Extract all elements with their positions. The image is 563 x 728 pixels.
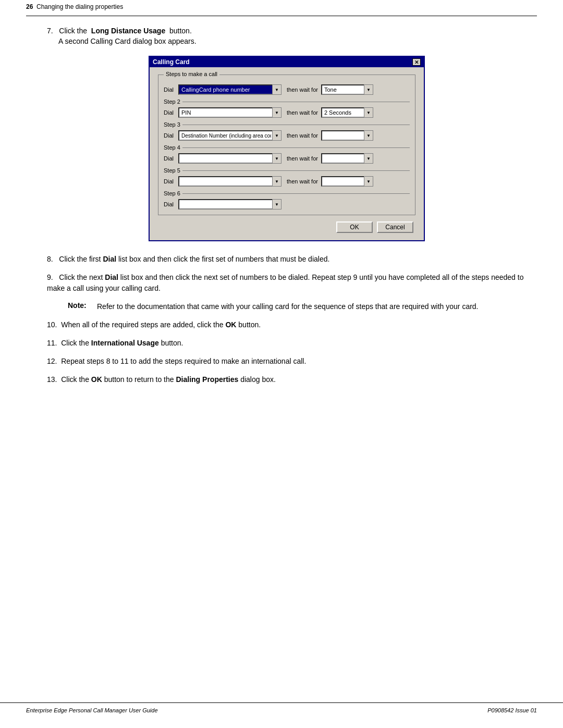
step2-row: Dial ▼ then wait for ▼ <box>164 106 410 120</box>
step3-row: Dial ▼ then wait for ▼ <box>164 129 410 143</box>
step1-then-wait: then wait for <box>287 87 318 93</box>
step1-combo-wrapper: ▼ <box>178 84 282 95</box>
step6-combo-arrow[interactable]: ▼ <box>272 199 282 209</box>
steps-group-legend: Steps to make a call <box>164 71 219 77</box>
step4-combo-arrow[interactable]: ▼ <box>272 153 282 164</box>
step3-label: Step 3 <box>164 121 180 128</box>
step4-wait-wrapper: ▼ <box>321 153 373 164</box>
step5-combo-wrapper: ▼ <box>178 176 282 187</box>
header-text: 26 Changing the dialing properties <box>0 0 563 16</box>
step2-dial-label: Dial <box>164 109 178 116</box>
step-9-bold: Dial <box>105 273 118 281</box>
step5-then-wait: then wait for <box>287 178 318 184</box>
step5-dial-input[interactable] <box>178 176 282 187</box>
note-block: Note: Refer to the documentation that ca… <box>68 301 527 312</box>
step4-dial-input[interactable] <box>178 153 282 164</box>
step3-dial-label: Dial <box>164 132 178 139</box>
step-13-num: 13. <box>47 375 59 384</box>
footer: Enterprise Edge Personal Call Manager Us… <box>0 702 563 718</box>
page-number: 26 <box>26 3 33 10</box>
step3-separator: Step 3 <box>164 121 410 128</box>
step-8-num: 8. <box>47 255 57 263</box>
step-10-text: When all of the required steps are added… <box>61 320 261 329</box>
main-content: 7. Click the Long Distance Usage button.… <box>0 16 563 413</box>
step4-dial-label: Dial <box>164 155 178 162</box>
step-9-text: Click the next Dial list box and then cl… <box>47 273 523 292</box>
step-9-num: 9. <box>47 273 57 281</box>
step4-wait-arrow[interactable]: ▼ <box>364 153 373 164</box>
step3-dial-input[interactable] <box>178 130 282 141</box>
step-8-para: 8. Click the first Dial list box and the… <box>47 254 527 265</box>
step2-dial-input[interactable] <box>178 107 282 118</box>
step6-line <box>182 193 410 194</box>
step-7-bold: Long Distance Usage <box>91 27 165 35</box>
note-label: Note: <box>68 301 94 312</box>
group-content: Dial ▼ then wait for ▼ <box>164 83 410 212</box>
step2-line <box>182 102 410 102</box>
step-8-bold: Dial <box>103 255 116 263</box>
step-8-text: Click the first Dial list box and then c… <box>59 255 329 263</box>
step2-combo-wrapper: ▼ <box>178 107 282 118</box>
step4-combo-wrapper: ▼ <box>178 153 282 164</box>
step5-separator: Step 5 <box>164 167 410 174</box>
step1-wait-arrow[interactable]: ▼ <box>364 84 373 95</box>
step6-label: Step 6 <box>164 190 180 196</box>
step3-then-wait: then wait for <box>287 132 318 139</box>
page: 26 Changing the dialing properties 7. Cl… <box>0 0 563 728</box>
step-13-para: 13. Click the OK button to return to the… <box>47 374 527 385</box>
step2-separator: Step 2 <box>164 98 410 105</box>
step3-line <box>182 125 410 125</box>
step6-dial-input[interactable] <box>178 199 282 209</box>
step-10-num: 10. <box>47 320 59 329</box>
calling-card-dialog: Calling Card ✕ Steps to make a call Dial <box>149 56 425 241</box>
step5-label: Step 5 <box>164 167 180 174</box>
step6-row: Dial ▼ <box>164 198 410 212</box>
step1-wait-wrapper: ▼ <box>321 84 373 95</box>
cancel-button[interactable]: Cancel <box>377 221 413 233</box>
step-11-para: 11. Click the International Usage button… <box>47 338 527 349</box>
step-7-main: Click the <box>59 27 87 35</box>
step3-wait-wrapper: ▼ <box>321 130 373 141</box>
step5-row: Dial ▼ then wait for ▼ <box>164 175 410 189</box>
step4-line <box>182 147 410 148</box>
step-10-para: 10. When all of the required steps are a… <box>47 319 527 330</box>
step5-combo-arrow[interactable]: ▼ <box>272 176 282 187</box>
step4-label: Step 4 <box>164 144 180 151</box>
step5-line <box>182 170 410 171</box>
step-13-bold2: Dialing Properties <box>176 375 238 384</box>
ok-button[interactable]: OK <box>336 221 373 233</box>
step4-separator: Step 4 <box>164 144 410 151</box>
step6-combo-wrapper: ▼ <box>178 199 282 209</box>
step6-dial-label: Dial <box>164 201 178 207</box>
section-title: Changing the dialing properties <box>36 3 123 10</box>
dialog-buttons: OK Cancel <box>158 221 415 233</box>
step3-combo-wrapper: ▼ <box>178 130 282 141</box>
dialog-close-button[interactable]: ✕ <box>412 58 421 66</box>
step-7-sub: A second Calling Card dialog box appears… <box>58 37 527 45</box>
step-7-number: 7. <box>47 27 53 35</box>
step-13-text: Click the OK button to return to the Dia… <box>61 375 276 384</box>
step-12-num: 12. <box>47 357 59 365</box>
step4-row: Dial ▼ then wait for ▼ <box>164 152 410 166</box>
step5-wait-arrow[interactable]: ▼ <box>364 176 373 187</box>
dialog-title: Calling Card <box>153 58 190 66</box>
step-12-para: 12. Repeat steps 8 to 11 to add the step… <box>47 356 527 367</box>
step5-wait-wrapper: ▼ <box>321 176 373 187</box>
dialog-body: Steps to make a call Dial ▼ then wait fo… <box>150 67 424 240</box>
step3-wait-arrow[interactable]: ▼ <box>364 130 373 141</box>
step1-dial-input[interactable] <box>178 84 282 95</box>
step3-combo-arrow[interactable]: ▼ <box>272 130 282 141</box>
step1-dial-label: Dial <box>164 87 178 93</box>
step2-combo-arrow[interactable]: ▼ <box>272 107 282 118</box>
step6-separator: Step 6 <box>164 190 410 196</box>
step2-wait-arrow[interactable]: ▼ <box>364 107 373 118</box>
step-11-text: Click the International Usage button. <box>61 339 183 347</box>
step2-label: Step 2 <box>164 98 180 105</box>
step1-row: Dial ▼ then wait for ▼ <box>164 83 410 97</box>
step4-then-wait: then wait for <box>287 155 318 162</box>
step1-combo-arrow[interactable]: ▼ <box>272 84 282 95</box>
step2-then-wait: then wait for <box>287 109 318 116</box>
step-11-num: 11. <box>47 339 59 347</box>
step-7-intro: 7. Click the Long Distance Usage button.… <box>47 27 527 45</box>
dialog-titlebar: Calling Card ✕ <box>150 57 424 67</box>
